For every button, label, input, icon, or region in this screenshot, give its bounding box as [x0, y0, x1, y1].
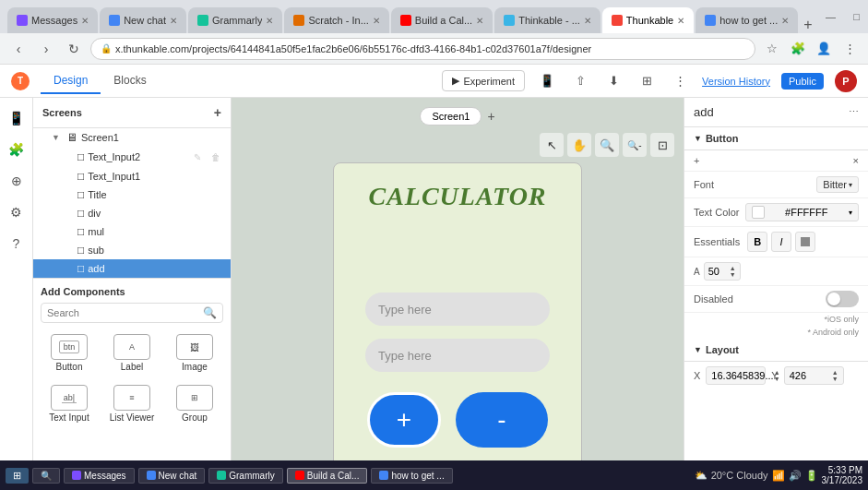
tab-thunkable[interactable]: Thunkable ✕	[602, 7, 694, 33]
taskbar-item-howtoget[interactable]: how to get ...	[371, 468, 452, 484]
screen-tab[interactable]: Screen1	[420, 107, 482, 125]
search-input[interactable]	[47, 307, 199, 318]
refresh-button[interactable]: ↻	[63, 38, 85, 60]
start-button[interactable]: ⊞	[6, 468, 29, 484]
more-options-button[interactable]: ⋯	[849, 106, 859, 118]
tab-close-icon[interactable]: ✕	[81, 16, 89, 26]
tab-blocks[interactable]: Blocks	[101, 68, 159, 94]
clock-date: 3/17/2023	[822, 475, 863, 485]
share-icon[interactable]: ⇧	[569, 70, 591, 92]
minimize-btn[interactable]: —	[820, 6, 842, 28]
back-button[interactable]: ‹	[7, 38, 30, 60]
user-avatar[interactable]: P	[835, 70, 857, 92]
tree-add[interactable]: □ add	[33, 259, 231, 278]
tab-messages[interactable]: Messages ✕	[7, 7, 98, 33]
forward-button[interactable]: ›	[35, 38, 57, 60]
experiment-button[interactable]: ▶ Experiment	[442, 70, 525, 91]
search-box[interactable]: 🔍	[41, 303, 223, 323]
menu-icon[interactable]: ⋮	[838, 38, 861, 60]
tab-close-icon[interactable]: ✕	[476, 16, 483, 26]
tree-textinput1[interactable]: □ Text_Input1	[33, 167, 231, 185]
sidebar-icon-design[interactable]: 📱	[4, 105, 30, 131]
y-step-down[interactable]: ▼	[832, 376, 838, 382]
add-screen-tab-button[interactable]: +	[487, 109, 494, 124]
tab-thinkable[interactable]: Thinkable - ... ✕	[494, 7, 600, 33]
taskbar-item-messages[interactable]: Messages	[64, 468, 135, 484]
input-field-1[interactable]: Type here	[365, 293, 550, 326]
tree-screen1[interactable]: ▼ 🖥 Screen1	[33, 128, 231, 147]
italic-button[interactable]: I	[771, 232, 791, 252]
hand-tool[interactable]: ✋	[567, 133, 591, 157]
plus-button[interactable]: +	[367, 392, 441, 448]
download-icon[interactable]: ⬇	[602, 70, 624, 92]
button-section-header[interactable]: ▼ Button	[684, 127, 868, 150]
sidebar-icon-help[interactable]: ?	[4, 231, 30, 257]
taskbar-item-newchat[interactable]: New chat	[138, 468, 206, 484]
phone-icon[interactable]: 📱	[536, 70, 558, 92]
tab-close-icon[interactable]: ✕	[373, 16, 380, 26]
bold-button[interactable]: B	[747, 232, 767, 252]
step-up-button[interactable]: ▲	[730, 265, 736, 271]
component-textinput[interactable]: ab| Text Input	[41, 381, 98, 426]
tree-mul[interactable]: □ mul	[33, 222, 231, 241]
tree-sub[interactable]: □ sub	[33, 241, 231, 259]
grid-icon[interactable]: ⊞	[636, 70, 658, 92]
pointer-tool[interactable]: ↖	[540, 133, 564, 157]
tree-title[interactable]: □ Title	[33, 185, 231, 204]
sidebar-icon-settings[interactable]: ⚙	[4, 199, 30, 225]
font-select[interactable]: Bitter ▾	[816, 176, 859, 193]
extensions-icon[interactable]: 🧩	[787, 38, 809, 60]
x-input[interactable]: 16.3645839... ▲ ▼	[706, 366, 766, 385]
version-history-link[interactable]: Version History	[702, 76, 770, 87]
taskbar-item-buildcal[interactable]: Build a Cal...	[287, 468, 368, 484]
tab-close-icon[interactable]: ✕	[584, 16, 591, 26]
zoom-out-tool[interactable]: 🔍-	[623, 133, 647, 157]
tab-howtoget[interactable]: how to get ... ✕	[696, 7, 798, 33]
tab-close-icon[interactable]: ✕	[170, 16, 177, 26]
component-group[interactable]: ⊞ Group	[166, 381, 223, 426]
new-tab-button[interactable]: +	[800, 17, 815, 33]
y-input[interactable]: 426 ▲ ▼	[784, 366, 844, 385]
font-size-input[interactable]: 50 ▲ ▼	[704, 262, 741, 281]
tab-design[interactable]: Design	[41, 68, 101, 94]
profile-icon[interactable]: 👤	[813, 38, 835, 60]
tab-scratch[interactable]: Scratch - In... ✕	[284, 7, 388, 33]
component-image[interactable]: 🖼 Image	[166, 330, 223, 376]
group-shape: ⊞	[191, 393, 198, 402]
layout-section-header[interactable]: ▼ Layout	[684, 339, 868, 362]
add-screen-button[interactable]: +	[214, 105, 221, 120]
sidebar-icon-components[interactable]: 🧩	[4, 137, 30, 162]
tab-close-icon[interactable]: ✕	[677, 16, 684, 26]
disabled-toggle[interactable]	[826, 291, 859, 307]
tab-close-icon[interactable]: ✕	[266, 16, 273, 26]
taskbar-icon-search[interactable]: 🔍	[32, 468, 60, 484]
tree-textinput2[interactable]: □ Text_Input2 ✎ 🗑	[33, 147, 231, 167]
xy-row: X 16.3645839... ▲ ▼ Y 426 ▲ ▼	[684, 362, 868, 389]
minus-button[interactable]: -	[456, 392, 548, 448]
tab-close-icon[interactable]: ✕	[781, 16, 789, 26]
delete-icon[interactable]: 🗑	[208, 149, 223, 164]
color-format-button[interactable]	[795, 232, 815, 252]
component-listviewer[interactable]: ≡ List Viewer	[103, 381, 161, 426]
edit-icon[interactable]: ✎	[190, 149, 205, 164]
sidebar-icon-navigate[interactable]: ⊕	[4, 168, 30, 194]
zoom-in-tool[interactable]: 🔍	[595, 133, 619, 157]
component-label[interactable]: A Label	[103, 330, 161, 376]
more-options-icon[interactable]: ⋮	[669, 70, 691, 92]
tab-label: Thunkable	[626, 15, 673, 26]
input-field-2[interactable]: Type here	[365, 339, 550, 372]
component-button[interactable]: btn Button	[41, 330, 98, 376]
tab-newchat[interactable]: New chat ✕	[100, 7, 186, 33]
tree-div[interactable]: □ div	[33, 204, 231, 222]
close-row-btn[interactable]: ×	[853, 155, 859, 166]
step-down-button[interactable]: ▼	[730, 271, 736, 278]
taskbar-item-grammarly[interactable]: Grammarly	[208, 468, 282, 484]
text-color-select[interactable]: #FFFFFF ▾	[745, 203, 859, 221]
fit-tool[interactable]: ⊡	[650, 133, 674, 157]
maximize-btn[interactable]: □	[846, 6, 868, 28]
tab-grammarly[interactable]: Grammarly ✕	[188, 7, 282, 33]
y-step-up[interactable]: ▲	[832, 369, 838, 376]
address-bar[interactable]: 🔒 x.thunkable.com/projects/64144841a50f5…	[90, 38, 755, 60]
bookmark-icon[interactable]: ☆	[761, 38, 783, 60]
tab-buildcal[interactable]: Build a Cal... ✕	[391, 7, 493, 33]
